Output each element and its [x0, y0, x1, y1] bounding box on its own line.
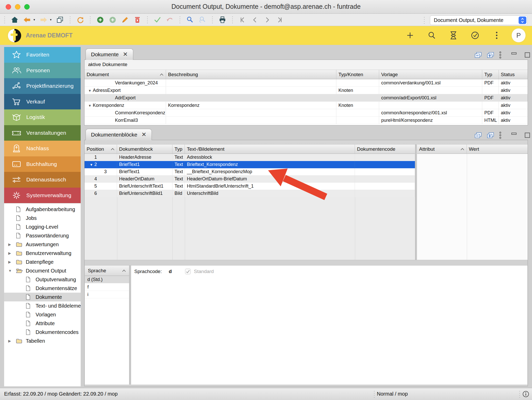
tab-dokumentenbloecke[interactable]: Dokumentenblöcke ✕	[86, 129, 152, 140]
tree-item[interactable]: Attribute	[4, 319, 81, 328]
block-row[interactable]: 1 HeaderAdresse Text Adressblock	[85, 154, 415, 161]
column-header-dokumentblock[interactable]: Dokumentblock	[117, 145, 172, 154]
tree-item[interactable]: Logging-Level	[4, 222, 81, 231]
tree-item[interactable]: Dokumentencodes	[4, 328, 81, 337]
document-row[interactable]: CommonKorrespondenz common/korrespondenz…	[85, 109, 528, 117]
search-icon[interactable]	[186, 15, 194, 24]
sidebar-item-buchhaltung[interactable]: Buchhaltung	[4, 156, 81, 172]
collapse-panel-icon[interactable]	[474, 132, 482, 139]
sidebar-item-datenaustausch[interactable]: Datenaustausch	[4, 172, 81, 188]
info-icon[interactable]	[522, 390, 529, 399]
expand-panel-icon[interactable]	[487, 52, 494, 58]
text-element-editor[interactable]: Sprachcode: d Standard	[131, 266, 527, 385]
tree-item[interactable]: ▶ Benutzerverwaltung	[4, 249, 81, 258]
duplicate-window-icon[interactable]	[56, 15, 64, 24]
sidebar-item-veranstaltungen[interactable]: Veranstaltungen	[4, 125, 81, 141]
previous-record-icon[interactable]	[251, 15, 259, 24]
column-header-typ[interactable]: Typ	[482, 70, 499, 79]
block-row[interactable]: 4 HeaderOrtDatum Text HeaderOrtDatum-Bri…	[85, 175, 415, 183]
forward-icon[interactable]	[39, 15, 48, 24]
tab-dokumente[interactable]: Dokumente ✕	[86, 49, 133, 60]
header-search-icon[interactable]	[427, 30, 437, 40]
column-header-position[interactable]: Position	[85, 145, 117, 154]
add-child-record-icon[interactable]	[108, 15, 117, 24]
tree-item[interactable]: Dokumentensätze	[4, 284, 81, 293]
tree-item[interactable]: Dokumente	[4, 293, 81, 301]
tree-caret-icon[interactable]: ▶	[8, 260, 16, 264]
column-header-typ[interactable]: Typ	[172, 145, 185, 154]
select-stepper-icon[interactable]	[519, 17, 526, 24]
standard-checkbox[interactable]	[185, 269, 191, 274]
sidebar-item-favoriten[interactable]: Favoriten	[4, 47, 81, 63]
block-row[interactable]: ▼2 BriefText1 Text Brieftext_Korresponde…	[85, 161, 415, 168]
tree-item[interactable]: Aufgabenbearbeitung	[4, 205, 81, 214]
column-header-typ-knoten[interactable]: Typ/Knoten	[336, 70, 379, 79]
expand-node-icon[interactable]: ▼	[88, 87, 93, 94]
tree-caret-icon[interactable]: ▶	[8, 339, 16, 343]
first-record-icon[interactable]	[238, 15, 247, 24]
document-row[interactable]: ▼AdressExport Knoten aktiv	[85, 87, 528, 94]
minimize-panel-icon[interactable]	[511, 52, 517, 58]
close-tab-icon[interactable]: ✕	[142, 131, 146, 138]
column-header-attribut[interactable]: Attribut	[417, 145, 467, 154]
undo-icon[interactable]	[165, 15, 174, 24]
expand-node-icon[interactable]: ▼	[90, 161, 94, 168]
tree-item[interactable]: ▼ Document Output	[4, 266, 81, 275]
column-header-dokumentencode[interactable]: Dokumentencode	[355, 145, 415, 154]
forward-history-dropdown-icon[interactable]: ▼	[49, 18, 52, 21]
check-circle-icon[interactable]	[470, 30, 480, 40]
tree-item[interactable]: ▶ Tabellen	[4, 337, 81, 345]
tree-item[interactable]: Passwortänderung	[4, 231, 81, 240]
sidebar-item-projektfinanzierung[interactable]: Projektfinanzierung	[4, 78, 81, 94]
sidebar-item-personen[interactable]: Personen	[4, 63, 81, 78]
vertical-splitter[interactable]	[415, 144, 417, 260]
horizontal-splitter[interactable]	[85, 260, 528, 266]
tree-item[interactable]: Text- und Bildelemente	[4, 301, 81, 310]
tree-item[interactable]: Jobs	[4, 214, 81, 222]
language-item[interactable]: d (Std.)	[85, 276, 129, 283]
document-row[interactable]: AdrExport common/adrExport/001.xsl PDF a…	[85, 94, 528, 102]
column-header-dokument[interactable]: Dokument	[85, 70, 166, 79]
close-tab-icon[interactable]: ✕	[123, 51, 128, 58]
tree-caret-icon[interactable]: ▼	[8, 269, 16, 273]
confirm-icon[interactable]	[153, 15, 162, 24]
language-item[interactable]: i	[85, 291, 129, 298]
tree-caret-icon[interactable]: ▶	[8, 242, 16, 246]
tree-item[interactable]: Outputverwaltung	[4, 275, 81, 284]
block-row[interactable]: 5 BriefUnterschriftText1 Text HtmlStanda…	[85, 183, 415, 190]
context-selector[interactable]: Document Output, Dokumente	[430, 15, 527, 25]
maximize-panel-icon[interactable]	[524, 52, 530, 58]
column-header-sprache[interactable]: Sprache	[85, 266, 129, 276]
home-icon[interactable]	[10, 15, 19, 24]
expand-node-icon[interactable]: ▼	[88, 102, 93, 109]
sidebar-item-logistik[interactable]: Logistik	[4, 109, 81, 125]
sidebar-item-verkauf[interactable]: Verkauf	[4, 94, 81, 110]
tree-item[interactable]: ▶ Auswertungen	[4, 240, 81, 249]
column-header-vorlage[interactable]: Vorlage	[379, 70, 482, 79]
minimize-panel-icon[interactable]	[511, 132, 517, 139]
document-row[interactable]: ▼Korrespondenz Korrespondenz Knoten akti…	[85, 102, 528, 109]
block-row[interactable]: 3 BriefText1 Text __Brieftext_Korrespond…	[85, 168, 415, 175]
column-header-element[interactable]: Text-/Bildelement	[185, 145, 355, 154]
last-record-icon[interactable]	[275, 15, 284, 24]
back-icon[interactable]	[23, 15, 31, 24]
panel-menu-icon[interactable]	[499, 51, 502, 59]
header-add-icon[interactable]	[405, 30, 415, 40]
expand-panel-icon[interactable]	[487, 132, 494, 139]
collapse-panel-icon[interactable]	[474, 52, 482, 58]
hourglass-icon[interactable]	[448, 30, 458, 40]
maximize-panel-icon[interactable]	[524, 132, 530, 139]
document-row[interactable]: KorrEmail3 pureHtml/Korrespondenz HTML a…	[85, 117, 528, 124]
block-row[interactable]: 6 BriefUnterschriftBild1 Bild Unterschri…	[85, 190, 415, 197]
document-row[interactable]: Verdankungen_2024 common/verdankung/001.…	[85, 79, 528, 87]
panel-menu-icon[interactable]	[499, 131, 502, 139]
tree-item[interactable]: Vorlagen	[4, 310, 81, 319]
add-record-icon[interactable]	[96, 15, 105, 24]
delete-icon[interactable]	[133, 15, 142, 24]
column-header-wert[interactable]: Wert	[467, 145, 528, 154]
language-item[interactable]: f	[85, 283, 129, 291]
next-record-icon[interactable]	[263, 15, 272, 24]
search-again-icon[interactable]	[198, 15, 207, 24]
more-options-icon[interactable]	[492, 30, 502, 40]
user-avatar[interactable]: P	[511, 28, 526, 43]
